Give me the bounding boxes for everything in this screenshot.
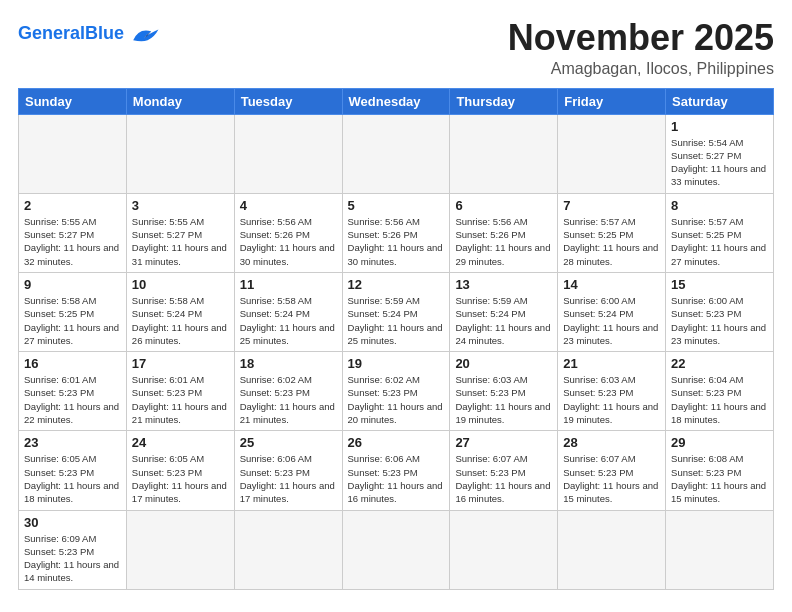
table-row: 17Sunrise: 6:01 AM Sunset: 5:23 PM Dayli… <box>126 352 234 431</box>
table-row: 9Sunrise: 5:58 AM Sunset: 5:25 PM Daylig… <box>19 272 127 351</box>
day-info: Sunrise: 5:57 AM Sunset: 5:25 PM Dayligh… <box>563 215 660 268</box>
day-info: Sunrise: 5:58 AM Sunset: 5:24 PM Dayligh… <box>240 294 337 347</box>
table-row: 22Sunrise: 6:04 AM Sunset: 5:23 PM Dayli… <box>666 352 774 431</box>
day-number: 12 <box>348 277 445 292</box>
day-number: 14 <box>563 277 660 292</box>
day-info: Sunrise: 6:07 AM Sunset: 5:23 PM Dayligh… <box>455 452 552 505</box>
logo-text-general: GeneralBlue <box>18 24 124 42</box>
day-number: 15 <box>671 277 768 292</box>
day-number: 5 <box>348 198 445 213</box>
day-info: Sunrise: 5:56 AM Sunset: 5:26 PM Dayligh… <box>455 215 552 268</box>
table-row: 27Sunrise: 6:07 AM Sunset: 5:23 PM Dayli… <box>450 431 558 510</box>
table-row: 24Sunrise: 6:05 AM Sunset: 5:23 PM Dayli… <box>126 431 234 510</box>
table-row: 30Sunrise: 6:09 AM Sunset: 5:23 PM Dayli… <box>19 510 127 589</box>
day-number: 25 <box>240 435 337 450</box>
table-row <box>450 114 558 193</box>
day-number: 24 <box>132 435 229 450</box>
day-number: 30 <box>24 515 121 530</box>
day-number: 22 <box>671 356 768 371</box>
day-info: Sunrise: 5:57 AM Sunset: 5:25 PM Dayligh… <box>671 215 768 268</box>
day-info: Sunrise: 5:55 AM Sunset: 5:27 PM Dayligh… <box>132 215 229 268</box>
col-friday: Friday <box>558 88 666 114</box>
title-block: November 2025 Amagbagan, Ilocos, Philipp… <box>508 18 774 78</box>
day-number: 17 <box>132 356 229 371</box>
table-row: 21Sunrise: 6:03 AM Sunset: 5:23 PM Dayli… <box>558 352 666 431</box>
col-sunday: Sunday <box>19 88 127 114</box>
day-info: Sunrise: 6:02 AM Sunset: 5:23 PM Dayligh… <box>240 373 337 426</box>
day-number: 11 <box>240 277 337 292</box>
day-number: 9 <box>24 277 121 292</box>
calendar-header-row: Sunday Monday Tuesday Wednesday Thursday… <box>19 88 774 114</box>
day-number: 8 <box>671 198 768 213</box>
table-row <box>126 114 234 193</box>
day-info: Sunrise: 5:58 AM Sunset: 5:24 PM Dayligh… <box>132 294 229 347</box>
col-thursday: Thursday <box>450 88 558 114</box>
table-row: 7Sunrise: 5:57 AM Sunset: 5:25 PM Daylig… <box>558 193 666 272</box>
day-number: 19 <box>348 356 445 371</box>
table-row: 3Sunrise: 5:55 AM Sunset: 5:27 PM Daylig… <box>126 193 234 272</box>
table-row: 25Sunrise: 6:06 AM Sunset: 5:23 PM Dayli… <box>234 431 342 510</box>
col-monday: Monday <box>126 88 234 114</box>
table-row <box>666 510 774 589</box>
col-tuesday: Tuesday <box>234 88 342 114</box>
day-number: 26 <box>348 435 445 450</box>
table-row: 15Sunrise: 6:00 AM Sunset: 5:23 PM Dayli… <box>666 272 774 351</box>
day-number: 27 <box>455 435 552 450</box>
day-info: Sunrise: 6:05 AM Sunset: 5:23 PM Dayligh… <box>24 452 121 505</box>
table-row: 5Sunrise: 5:56 AM Sunset: 5:26 PM Daylig… <box>342 193 450 272</box>
col-wednesday: Wednesday <box>342 88 450 114</box>
table-row: 13Sunrise: 5:59 AM Sunset: 5:24 PM Dayli… <box>450 272 558 351</box>
day-info: Sunrise: 6:00 AM Sunset: 5:24 PM Dayligh… <box>563 294 660 347</box>
day-info: Sunrise: 6:01 AM Sunset: 5:23 PM Dayligh… <box>24 373 121 426</box>
day-number: 7 <box>563 198 660 213</box>
day-info: Sunrise: 6:03 AM Sunset: 5:23 PM Dayligh… <box>455 373 552 426</box>
table-row: 16Sunrise: 6:01 AM Sunset: 5:23 PM Dayli… <box>19 352 127 431</box>
table-row: 2Sunrise: 5:55 AM Sunset: 5:27 PM Daylig… <box>19 193 127 272</box>
day-info: Sunrise: 6:08 AM Sunset: 5:23 PM Dayligh… <box>671 452 768 505</box>
day-info: Sunrise: 6:04 AM Sunset: 5:23 PM Dayligh… <box>671 373 768 426</box>
table-row: 28Sunrise: 6:07 AM Sunset: 5:23 PM Dayli… <box>558 431 666 510</box>
table-row: 23Sunrise: 6:05 AM Sunset: 5:23 PM Dayli… <box>19 431 127 510</box>
day-info: Sunrise: 6:02 AM Sunset: 5:23 PM Dayligh… <box>348 373 445 426</box>
table-row: 12Sunrise: 5:59 AM Sunset: 5:24 PM Dayli… <box>342 272 450 351</box>
day-info: Sunrise: 5:54 AM Sunset: 5:27 PM Dayligh… <box>671 136 768 189</box>
day-info: Sunrise: 5:55 AM Sunset: 5:27 PM Dayligh… <box>24 215 121 268</box>
table-row: 8Sunrise: 5:57 AM Sunset: 5:25 PM Daylig… <box>666 193 774 272</box>
day-info: Sunrise: 6:06 AM Sunset: 5:23 PM Dayligh… <box>348 452 445 505</box>
day-info: Sunrise: 5:58 AM Sunset: 5:25 PM Dayligh… <box>24 294 121 347</box>
logo: GeneralBlue <box>18 18 162 44</box>
day-number: 21 <box>563 356 660 371</box>
day-number: 10 <box>132 277 229 292</box>
day-number: 1 <box>671 119 768 134</box>
table-row: 19Sunrise: 6:02 AM Sunset: 5:23 PM Dayli… <box>342 352 450 431</box>
table-row <box>126 510 234 589</box>
table-row: 14Sunrise: 6:00 AM Sunset: 5:24 PM Dayli… <box>558 272 666 351</box>
table-row <box>558 114 666 193</box>
table-row: 20Sunrise: 6:03 AM Sunset: 5:23 PM Dayli… <box>450 352 558 431</box>
day-info: Sunrise: 5:59 AM Sunset: 5:24 PM Dayligh… <box>348 294 445 347</box>
logo-bird-icon <box>126 24 162 44</box>
page-header: GeneralBlue November 2025 Amagbagan, Ilo… <box>18 18 774 78</box>
table-row <box>558 510 666 589</box>
table-row <box>342 510 450 589</box>
table-row: 6Sunrise: 5:56 AM Sunset: 5:26 PM Daylig… <box>450 193 558 272</box>
table-row: 26Sunrise: 6:06 AM Sunset: 5:23 PM Dayli… <box>342 431 450 510</box>
day-number: 16 <box>24 356 121 371</box>
day-number: 23 <box>24 435 121 450</box>
day-info: Sunrise: 6:06 AM Sunset: 5:23 PM Dayligh… <box>240 452 337 505</box>
day-number: 6 <box>455 198 552 213</box>
table-row: 4Sunrise: 5:56 AM Sunset: 5:26 PM Daylig… <box>234 193 342 272</box>
table-row <box>234 114 342 193</box>
month-title: November 2025 <box>508 18 774 58</box>
day-number: 29 <box>671 435 768 450</box>
calendar-table: Sunday Monday Tuesday Wednesday Thursday… <box>18 88 774 590</box>
col-saturday: Saturday <box>666 88 774 114</box>
day-info: Sunrise: 6:01 AM Sunset: 5:23 PM Dayligh… <box>132 373 229 426</box>
day-info: Sunrise: 6:09 AM Sunset: 5:23 PM Dayligh… <box>24 532 121 585</box>
table-row <box>450 510 558 589</box>
day-info: Sunrise: 5:59 AM Sunset: 5:24 PM Dayligh… <box>455 294 552 347</box>
day-info: Sunrise: 6:07 AM Sunset: 5:23 PM Dayligh… <box>563 452 660 505</box>
day-info: Sunrise: 6:00 AM Sunset: 5:23 PM Dayligh… <box>671 294 768 347</box>
day-number: 20 <box>455 356 552 371</box>
day-number: 4 <box>240 198 337 213</box>
